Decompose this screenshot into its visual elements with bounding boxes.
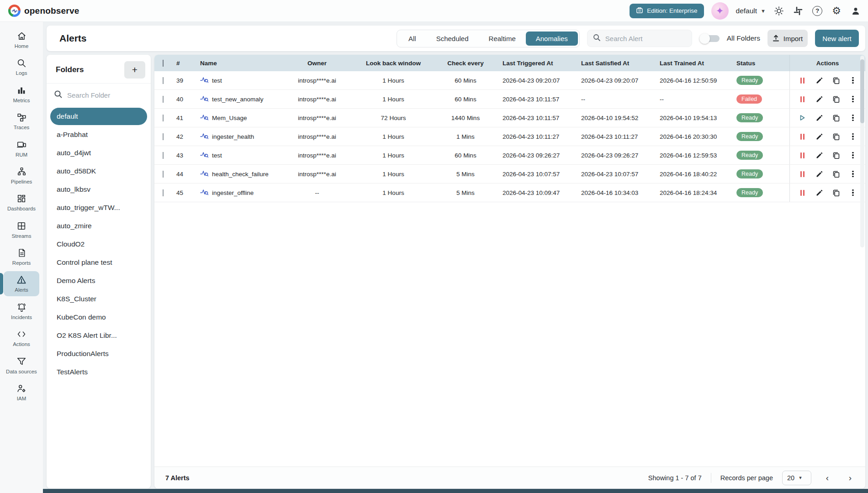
sidebar-item-data-sources[interactable]: Data sources [4,353,39,378]
folder-search-input[interactable] [67,91,136,99]
table-row[interactable]: 43testintrosp****e.ai1 Hours60 Mins2026-… [154,146,865,165]
row-checkbox[interactable] [163,115,164,121]
folder-item[interactable]: auto_trigger_wTW... [50,199,147,216]
more-options-icon[interactable] [848,132,857,141]
folder-item[interactable]: auto_d58DK [50,163,147,180]
search-icon [54,90,63,100]
row-checkbox[interactable] [163,189,164,196]
more-options-icon[interactable] [848,151,857,160]
sidebar-item-streams[interactable]: Streams [4,217,39,242]
edit-alert-icon[interactable] [815,151,824,160]
tab-all[interactable]: All [398,31,426,46]
folder-item[interactable]: K8S_Cluster [50,290,147,308]
pause-alert-icon[interactable] [798,76,807,85]
pause-alert-icon[interactable] [798,94,807,104]
pause-alert-icon[interactable] [798,132,807,141]
folder-item[interactable]: a-Prabhat [50,126,147,143]
divider [711,473,711,483]
table-row[interactable]: 41Mem_Usageintrosp****e.ai72 Hours1440 M… [154,109,865,127]
duplicate-alert-icon[interactable] [831,151,841,160]
last-triggered-at: 2026-04-23 10:11:27 [500,133,578,140]
folder-item[interactable]: ProductionAlerts [50,345,147,362]
duplicate-alert-icon[interactable] [831,132,841,141]
profile-icon[interactable] [850,5,862,17]
sidebar-item-metrics[interactable]: Metrics [4,82,39,106]
search-alert-input[interactable] [605,35,678,42]
all-folders-toggle[interactable] [699,35,720,42]
records-per-page-select[interactable]: 20 ▾ [782,471,811,485]
add-folder-button[interactable]: + [124,61,145,79]
folder-item[interactable]: TestAlerts [50,363,147,381]
sidebar-item-incidents[interactable]: Incidents [4,299,39,323]
vertical-scrollbar[interactable] [860,56,864,247]
duplicate-alert-icon[interactable] [831,76,841,85]
ai-sparkle-icon[interactable]: ✦ [711,2,729,20]
theme-sun-icon[interactable] [773,5,785,17]
sidebar-item-pipelines[interactable]: Pipelines [4,163,39,188]
more-options-icon[interactable] [848,76,857,85]
edit-alert-icon[interactable] [815,188,824,197]
folder-item[interactable]: KubeCon demo [50,309,147,326]
pause-alert-icon[interactable] [798,151,807,160]
folder-item[interactable]: auto_d4jwt [50,144,147,162]
settings-gear-icon[interactable]: ⚙ [831,5,842,17]
sidebar-item-home[interactable]: Home [4,27,39,52]
folder-item[interactable]: CloudO2 [50,236,147,253]
row-checkbox[interactable] [163,77,164,84]
folder-item[interactable]: Control plane test [50,254,147,271]
duplicate-alert-icon[interactable] [831,188,841,197]
pause-alert-icon[interactable] [798,169,807,178]
org-selector-dropdown[interactable]: default ▼ [736,7,766,15]
folder-item[interactable]: auto_zmire [50,217,147,235]
tab-scheduled[interactable]: Scheduled [426,31,479,46]
pause-alert-icon[interactable] [798,188,807,197]
alert-name: ingester_health [197,132,279,141]
more-options-icon[interactable] [848,188,857,197]
table-row[interactable]: 42ingester_healthintrosp****e.ai1 Hours1… [154,127,865,146]
slack-icon[interactable] [792,5,804,17]
folder-item[interactable]: O2 K8S Alert Libr... [50,327,147,344]
edit-alert-icon[interactable] [815,76,824,85]
sidebar-item-reports[interactable]: Reports [4,244,39,269]
duplicate-alert-icon[interactable] [831,169,841,178]
sidebar-item-iam[interactable]: IAM [4,380,39,404]
folder-item[interactable]: default [50,108,147,125]
tab-anomalies[interactable]: Anomalies [526,31,578,46]
edit-alert-icon[interactable] [815,94,824,104]
duplicate-alert-icon[interactable] [831,94,841,104]
edit-alert-icon[interactable] [815,113,824,122]
sidebar-item-dashboards[interactable]: Dashboards [4,190,39,215]
row-number: 42 [174,133,197,140]
row-checkbox[interactable] [163,96,164,103]
table-row[interactable]: 40test_new_anomalyintrosp****e.ai1 Hours… [154,90,865,109]
row-checkbox[interactable] [163,171,164,178]
table-row[interactable]: 45ingester_offline--1 Hours5 Mins2026-04… [154,184,865,202]
tab-realtime[interactable]: Realtime [479,31,526,46]
row-checkbox[interactable] [163,152,164,159]
sidebar-item-actions[interactable]: Actions [4,325,39,350]
new-alert-button[interactable]: New alert [815,30,859,47]
table-row[interactable]: 44health_check_failureintrosp****e.ai1 H… [154,165,865,184]
resume-alert-icon[interactable] [798,113,807,122]
duplicate-alert-icon[interactable] [831,113,841,122]
help-icon[interactable]: ? [811,5,823,17]
import-button[interactable]: Import [767,30,808,47]
folder-item[interactable]: Demo Alerts [50,272,147,289]
edit-alert-icon[interactable] [815,132,824,141]
folder-item[interactable]: auto_lkbsv [50,181,147,198]
folder-search-box[interactable] [47,84,151,105]
more-options-icon[interactable] [848,169,857,178]
search-alert-box[interactable] [587,30,692,47]
sidebar-item-traces[interactable]: Traces [4,109,39,133]
previous-page-button[interactable]: ‹ [820,471,834,485]
row-checkbox[interactable] [163,133,164,140]
sidebar-item-logs[interactable]: Logs [4,54,39,79]
select-all-checkbox[interactable] [163,60,164,67]
table-row[interactable]: 39testintrosp****e.ai1 Hours60 Mins2026-… [154,71,865,90]
more-options-icon[interactable] [848,113,857,122]
sidebar-item-alerts[interactable]: Alerts [4,271,39,296]
sidebar-item-rum[interactable]: RUM [4,136,39,161]
next-page-button[interactable]: › [843,471,857,485]
edit-alert-icon[interactable] [815,169,824,178]
more-options-icon[interactable] [848,94,857,104]
